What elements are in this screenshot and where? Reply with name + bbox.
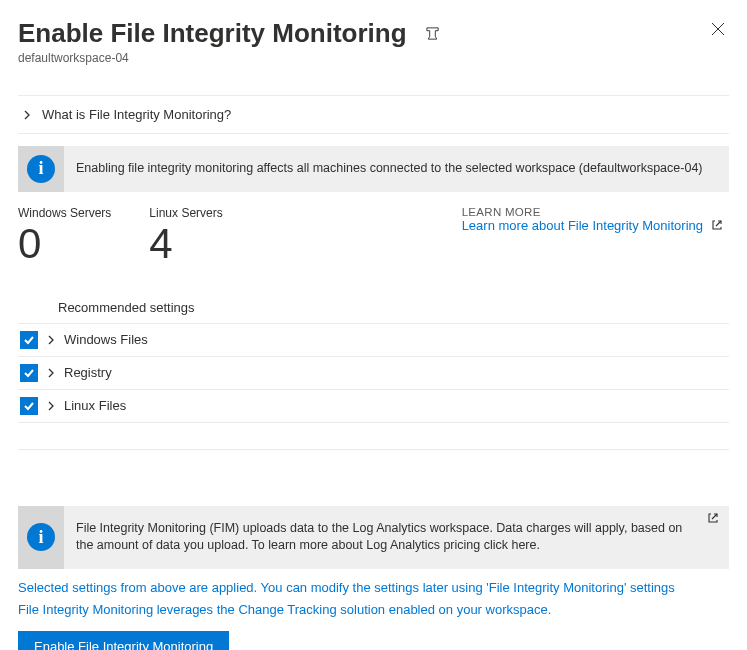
setting-row-windows-files[interactable]: Windows Files <box>18 324 729 357</box>
pricing-external-link[interactable] <box>701 506 729 569</box>
chevron-right-icon <box>46 335 56 345</box>
chevron-right-icon <box>22 110 32 120</box>
info-text: Enabling file integrity monitoring affec… <box>64 146 729 192</box>
info-bar-pricing: i File Integrity Monitoring (FIM) upload… <box>18 506 729 569</box>
stats-row: Windows Servers 0 Linux Servers 4 LEARN … <box>18 206 729 266</box>
stat-linux-servers: Linux Servers 4 <box>149 206 222 266</box>
what-is-fim-expander[interactable]: What is File Integrity Monitoring? <box>18 95 729 134</box>
chevron-right-icon <box>46 401 56 411</box>
workspace-name: defaultworkspace-04 <box>18 51 444 65</box>
settings-list: Windows Files Registry Linux Files <box>18 323 729 423</box>
svg-line-2 <box>716 221 721 226</box>
setting-label: Registry <box>64 365 112 380</box>
info-icon: i <box>27 523 55 551</box>
recommended-settings-heading: Recommended settings <box>18 300 729 323</box>
learn-more-link[interactable]: Learn more about File Integrity Monitori… <box>462 218 723 233</box>
footer-note-1: Selected settings from above are applied… <box>18 577 729 599</box>
expander-label: What is File Integrity Monitoring? <box>42 107 231 122</box>
learn-more: LEARN MORE Learn more about File Integri… <box>462 206 729 233</box>
footer-note-2: File Integrity Monitoring leverages the … <box>18 599 729 621</box>
checkbox-checked[interactable] <box>20 364 38 382</box>
setting-label: Linux Files <box>64 398 126 413</box>
info-icon: i <box>27 155 55 183</box>
header: Enable File Integrity Monitoring default… <box>18 18 729 65</box>
close-button[interactable] <box>707 18 729 40</box>
stat-windows-servers: Windows Servers 0 <box>18 206 111 266</box>
pin-icon[interactable] <box>421 22 444 45</box>
setting-row-registry[interactable]: Registry <box>18 357 729 390</box>
setting-label: Windows Files <box>64 332 148 347</box>
external-link-icon <box>711 219 723 231</box>
enable-fim-button[interactable]: Enable File Integrity Monitoring <box>18 631 229 650</box>
setting-row-linux-files[interactable]: Linux Files <box>18 390 729 423</box>
checkbox-checked[interactable] <box>20 331 38 349</box>
info-text: File Integrity Monitoring (FIM) uploads … <box>64 506 701 569</box>
svg-line-3 <box>712 514 717 519</box>
page-title: Enable File Integrity Monitoring <box>18 18 407 49</box>
info-bar-workspace: i Enabling file integrity monitoring aff… <box>18 146 729 192</box>
checkbox-checked[interactable] <box>20 397 38 415</box>
chevron-right-icon <box>46 368 56 378</box>
